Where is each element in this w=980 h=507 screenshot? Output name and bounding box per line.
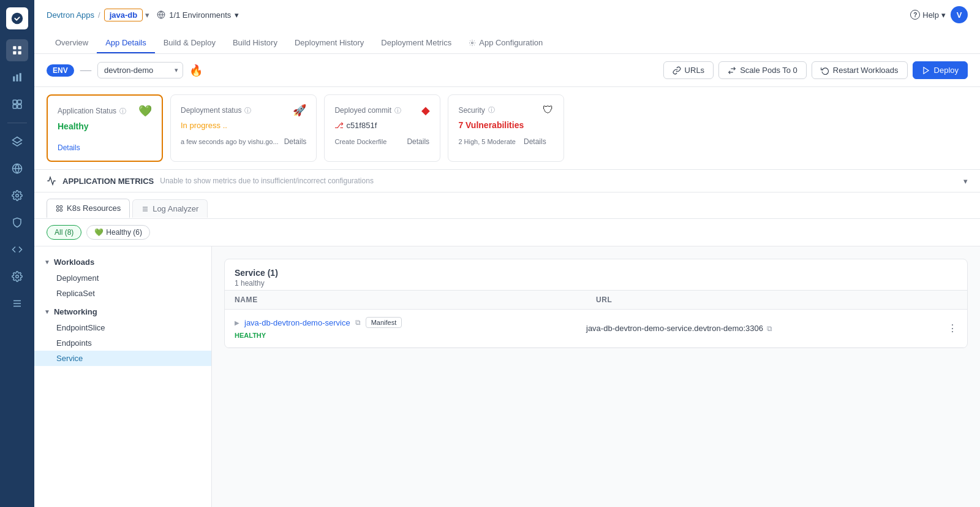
- sidebar-divider: [7, 123, 27, 123]
- commit-sub: Create Dockerfile Details: [334, 132, 430, 146]
- deploy-button[interactable]: Deploy: [913, 61, 968, 79]
- urls-label: URLs: [685, 66, 705, 75]
- tab-deployment-history[interactable]: Deployment History: [286, 33, 372, 53]
- restart-icon: [821, 66, 829, 75]
- sidebar-icon-shield[interactable]: [6, 212, 28, 234]
- restart-label: Restart Workloads: [833, 66, 899, 75]
- user-avatar[interactable]: V: [951, 6, 968, 23]
- nav-item-endpoints[interactable]: Endpoints: [34, 335, 211, 351]
- sidebar-icon-globe[interactable]: [6, 158, 28, 180]
- service-section-title: Service (1): [235, 268, 957, 278]
- help-button[interactable]: ? Help ▾: [910, 10, 946, 20]
- sidebar-icon-settings2[interactable]: [6, 265, 28, 288]
- deploy-status-help-icon[interactable]: ⓘ: [244, 106, 251, 115]
- security-text: Security: [458, 106, 484, 115]
- commit-details-link[interactable]: Details: [407, 137, 429, 146]
- row-expand-chevron[interactable]: ▶: [235, 319, 239, 326]
- tab-build-history[interactable]: Build History: [224, 33, 286, 53]
- tab-deployment-metrics[interactable]: Deployment Metrics: [372, 33, 460, 53]
- breadcrumb-app-link[interactable]: Devtron Apps: [47, 10, 94, 20]
- tab-app-config-label: App Configuration: [479, 38, 543, 47]
- svg-rect-26: [57, 205, 59, 208]
- filter-bar: All (8) 💚 Healthy (6): [34, 219, 980, 246]
- restart-workloads-button[interactable]: Restart Workloads: [812, 61, 908, 79]
- service-table-header: Name URL: [225, 290, 967, 310]
- service-url-text: java-db-devtron-demo-service.devtron-dem…: [586, 324, 763, 333]
- deploy-details-link[interactable]: Details: [284, 137, 307, 146]
- tab-overview[interactable]: Overview: [47, 33, 97, 53]
- svg-rect-5: [13, 77, 15, 82]
- more-options-icon[interactable]: ⋮: [948, 322, 957, 334]
- service-section-header: Service (1) 1 healthy: [225, 259, 967, 290]
- deploy-status-sub: a few seconds ago by vishu.go... Details: [181, 132, 306, 146]
- deploy-icon: [922, 66, 930, 75]
- tab-k8s-resources[interactable]: K8s Resources: [47, 199, 130, 218]
- sidebar-icon-settings[interactable]: [6, 185, 28, 207]
- breadcrumb-chevron-icon[interactable]: ▾: [145, 10, 149, 20]
- sidebar: [0, 0, 34, 507]
- service-url-copy-icon[interactable]: ⧉: [767, 324, 772, 333]
- env-count-label: 1/1 Environments: [169, 10, 231, 20]
- tab-log-analyzer[interactable]: Log Analyzer: [132, 199, 208, 218]
- commit-label: Deployed commit ⓘ: [334, 106, 401, 115]
- metrics-title: APPLICATION METRICS: [62, 177, 154, 186]
- scale-icon: [728, 66, 736, 75]
- env-select[interactable]: devtron-demo: [97, 62, 183, 78]
- sidebar-icon-barchart[interactable]: [6, 66, 28, 88]
- svg-rect-28: [57, 209, 59, 212]
- tab-app-details[interactable]: App Details: [97, 33, 154, 53]
- app-status-help-icon[interactable]: ⓘ: [119, 107, 126, 116]
- svg-point-22: [472, 42, 473, 44]
- left-nav-tree: ▼ Workloads Deployment ReplicaSet ▼ Netw…: [34, 246, 212, 507]
- breadcrumb-current-app[interactable]: java-db: [104, 9, 143, 21]
- card-header-security: Security ⓘ 🛡: [458, 104, 554, 116]
- app-status-details-link[interactable]: Details: [58, 143, 80, 152]
- networking-header[interactable]: ▼ Networking: [34, 303, 211, 320]
- security-sub: 2 High, 5 Moderate Details: [458, 132, 554, 146]
- breadcrumb-separator: /: [98, 10, 100, 20]
- application-status-card: Application Status ⓘ 💚 Healthy Details: [47, 94, 163, 162]
- help-label: Help: [922, 10, 939, 20]
- svg-rect-2: [18, 46, 21, 49]
- deploy-status-rocket-icon: 🚀: [293, 104, 306, 117]
- k8s-resources-icon: [56, 205, 63, 212]
- nav-item-deployment[interactable]: Deployment: [34, 270, 211, 286]
- breadcrumb-env[interactable]: 1/1 Environments ▾: [157, 10, 239, 20]
- filter-healthy-button[interactable]: 💚 Healthy (6): [86, 225, 150, 240]
- nav-item-service[interactable]: Service: [34, 351, 211, 366]
- tab-app-configuration[interactable]: App Configuration: [460, 33, 551, 53]
- nav-item-replicaset[interactable]: ReplicaSet: [34, 286, 211, 301]
- svg-marker-12: [13, 137, 22, 143]
- content-wrapper: K8s Resources Log Analyzer All (8) 💚 Hea…: [34, 193, 980, 507]
- filter-all-button[interactable]: All (8): [47, 225, 81, 240]
- svg-rect-29: [60, 209, 62, 212]
- svg-rect-1: [13, 46, 16, 49]
- tab-build-deploy[interactable]: Build & Deploy: [155, 33, 224, 53]
- service-row-url-cell: java-db-devtron-demo-service.devtron-dem…: [586, 324, 938, 333]
- svg-rect-11: [18, 105, 21, 109]
- service-name-link[interactable]: java-db-devtron-demo-service: [244, 318, 350, 327]
- deploy-status-label: Deployment status ⓘ: [181, 106, 251, 115]
- env-select-wrapper: devtron-demo: [97, 62, 183, 78]
- service-name-copy-icon[interactable]: ⧉: [355, 318, 361, 327]
- log-analyzer-icon: [141, 205, 149, 213]
- nav-item-endpointslice[interactable]: EndpointSlice: [34, 320, 211, 335]
- card-header-commit: Deployed commit ⓘ ◆: [334, 104, 430, 117]
- metrics-collapse-chevron[interactable]: ▾: [963, 177, 968, 186]
- workloads-header[interactable]: ▼ Workloads: [34, 254, 211, 270]
- sidebar-icon-apps[interactable]: [6, 93, 28, 115]
- commit-help-icon[interactable]: ⓘ: [394, 106, 401, 115]
- security-help-icon[interactable]: ⓘ: [488, 105, 495, 115]
- sidebar-icon-stack[interactable]: [6, 292, 28, 314]
- svg-rect-3: [13, 51, 16, 55]
- sidebar-icon-layers[interactable]: [6, 131, 28, 153]
- urls-button[interactable]: URLs: [663, 61, 714, 79]
- sidebar-icon-grid[interactable]: [6, 39, 28, 61]
- card-header-deploy-status: Deployment status ⓘ 🚀: [181, 104, 306, 117]
- sidebar-icon-code[interactable]: [6, 238, 28, 261]
- deployed-commit-card: Deployed commit ⓘ ◆ ⎇ c51f851f Create Do…: [324, 94, 440, 162]
- manifest-button[interactable]: Manifest: [366, 317, 402, 328]
- scale-pods-button[interactable]: Scale Pods To 0: [718, 61, 807, 79]
- env-dropdown-chevron[interactable]: ▾: [235, 10, 239, 20]
- security-details-link[interactable]: Details: [524, 137, 546, 146]
